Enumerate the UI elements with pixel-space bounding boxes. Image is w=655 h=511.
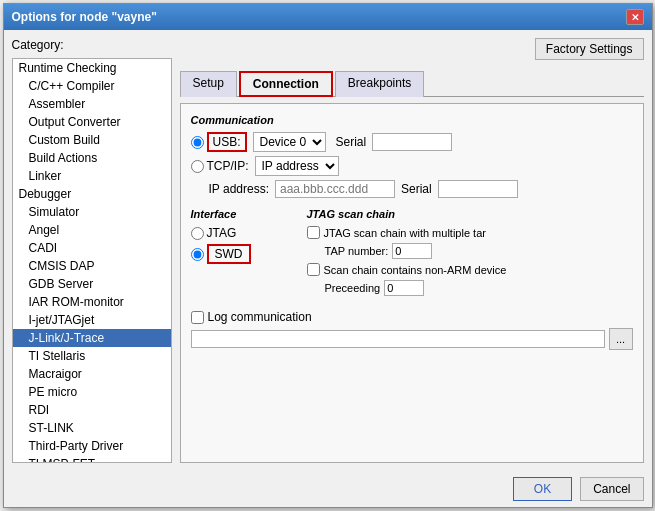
tcpip-label: TCP/IP:: [207, 159, 249, 173]
ip-address-row: IP address: Serial: [209, 180, 633, 198]
cat-item-cmsis-dap[interactable]: CMSIS DAP: [13, 257, 171, 275]
jtag-multiple-label: JTAG scan chain with multiple tar: [324, 227, 486, 239]
cat-item-angel[interactable]: Angel: [13, 221, 171, 239]
log-comm-row: Log communication: [191, 310, 633, 324]
interface-title: Interface: [191, 208, 291, 220]
usb-device-select[interactable]: Device 0: [253, 132, 326, 152]
serial-label-2: Serial: [401, 182, 432, 196]
communication-section: Communication USB: Device 0 Serial: [191, 114, 633, 198]
dialog-title: Options for node "vayne": [12, 10, 157, 24]
tap-number-input[interactable]: [392, 243, 432, 259]
ip-address-label: IP address:: [209, 182, 269, 196]
cat-item-linker[interactable]: Linker: [13, 167, 171, 185]
cat-item-cpp-compiler[interactable]: C/C++ Compiler: [13, 77, 171, 95]
serial-label-1: Serial: [336, 135, 367, 149]
tap-number-row: TAP number:: [325, 243, 633, 259]
cat-item-ti-msp-fet[interactable]: TI MSP-FET: [13, 455, 171, 463]
preceeding-label: Preceeding: [325, 282, 381, 294]
swd-box: SWD: [207, 244, 251, 264]
cat-item-simulator[interactable]: Simulator: [13, 203, 171, 221]
cat-item-macraigor[interactable]: Macraigor: [13, 365, 171, 383]
tap-number-label: TAP number:: [325, 245, 389, 257]
swd-row: SWD: [191, 244, 291, 264]
tab-breakpoints[interactable]: Breakpoints: [335, 71, 424, 97]
factory-settings-button[interactable]: Factory Settings: [535, 38, 644, 60]
swd-radio-label[interactable]: SWD: [191, 244, 251, 264]
cat-item-ijet-jtagjet[interactable]: I-jet/JTAGjet: [13, 311, 171, 329]
usb-row: USB: Device 0 Serial: [191, 132, 633, 152]
cat-item-output-converter[interactable]: Output Converter: [13, 113, 171, 131]
category-list: Runtime CheckingC/C++ CompilerAssemblerO…: [12, 58, 172, 463]
usb-label: USB:: [213, 135, 241, 149]
usb-radio-label[interactable]: USB:: [191, 132, 247, 152]
main-panel: Factory Settings Setup Connection Breakp…: [180, 38, 644, 463]
log-path-row: $PROJ_DIR$\cspycomm.log ...: [191, 328, 633, 350]
cat-item-assembler[interactable]: Assembler: [13, 95, 171, 113]
cat-item-ti-stellaris[interactable]: TI Stellaris: [13, 347, 171, 365]
serial-input-2[interactable]: [438, 180, 518, 198]
cat-item-rdi[interactable]: RDI: [13, 401, 171, 419]
log-comm-label: Log communication: [208, 310, 312, 324]
cat-item-st-link[interactable]: ST-LINK: [13, 419, 171, 437]
log-path-input[interactable]: $PROJ_DIR$\cspycomm.log: [191, 330, 605, 348]
swd-label: SWD: [215, 247, 243, 261]
two-col: Interface JTAG SWD: [191, 208, 633, 300]
title-bar: Options for node "vayne" ✕: [4, 4, 652, 30]
cancel-button[interactable]: Cancel: [580, 477, 643, 501]
ip-address-input[interactable]: [275, 180, 395, 198]
dialog: Options for node "vayne" ✕ Category: Run…: [3, 3, 653, 508]
cat-item-jlink-jtrace[interactable]: J-Link/J-Trace: [13, 329, 171, 347]
cat-item-third-party-driver[interactable]: Third-Party Driver: [13, 437, 171, 455]
footer: OK Cancel: [4, 471, 652, 507]
scan-non-arm-label: Scan chain contains non-ARM device: [324, 264, 507, 276]
tcpip-row: TCP/IP: IP address: [191, 156, 633, 176]
jtag-scan-title: JTAG scan chain: [307, 208, 633, 220]
communication-title: Communication: [191, 114, 633, 126]
cat-item-runtime-checking[interactable]: Runtime Checking: [13, 59, 171, 77]
cat-item-gdb-server[interactable]: GDB Server: [13, 275, 171, 293]
tcpip-radio[interactable]: [191, 160, 204, 173]
cat-item-cadi[interactable]: CADI: [13, 239, 171, 257]
close-button[interactable]: ✕: [626, 9, 644, 25]
jtag-scan-col: JTAG scan chain JTAG scan chain with mul…: [307, 208, 633, 300]
tab-content: Communication USB: Device 0 Serial: [180, 103, 644, 463]
interface-col: Interface JTAG SWD: [191, 208, 291, 300]
jtag-multiple-row: JTAG scan chain with multiple tar: [307, 226, 633, 239]
jtag-radio-label[interactable]: JTAG: [191, 226, 237, 240]
tab-connection[interactable]: Connection: [239, 71, 333, 97]
jtag-label: JTAG: [207, 226, 237, 240]
jtag-multiple-check[interactable]: [307, 226, 320, 239]
jtag-radio[interactable]: [191, 227, 204, 240]
preceeding-input[interactable]: [384, 280, 424, 296]
category-panel: Category: Runtime CheckingC/C++ Compiler…: [12, 38, 172, 463]
ok-button[interactable]: OK: [513, 477, 572, 501]
dialog-body: Category: Runtime CheckingC/C++ Compiler…: [4, 30, 652, 471]
usb-box: USB:: [207, 132, 247, 152]
tabs-row: Setup Connection Breakpoints: [180, 70, 644, 97]
cat-item-debugger[interactable]: Debugger: [13, 185, 171, 203]
usb-radio[interactable]: [191, 136, 204, 149]
cat-item-iar-rom-monitor[interactable]: IAR ROM-monitor: [13, 293, 171, 311]
tab-setup[interactable]: Setup: [180, 71, 237, 97]
scan-non-arm-check[interactable]: [307, 263, 320, 276]
preceeding-row: Preceeding: [325, 280, 633, 296]
scan-non-arm-row: Scan chain contains non-ARM device: [307, 263, 633, 276]
browse-button[interactable]: ...: [609, 328, 633, 350]
factory-btn-row: Factory Settings: [180, 38, 644, 60]
category-label: Category:: [12, 38, 172, 52]
cat-item-custom-build[interactable]: Custom Build: [13, 131, 171, 149]
cat-item-pe-micro[interactable]: PE micro: [13, 383, 171, 401]
jtag-row: JTAG: [191, 226, 291, 240]
serial-input-1[interactable]: [372, 133, 452, 151]
tcpip-radio-label[interactable]: TCP/IP:: [191, 159, 249, 173]
ip-address-select[interactable]: IP address: [255, 156, 339, 176]
log-comm-check[interactable]: [191, 311, 204, 324]
swd-radio[interactable]: [191, 248, 204, 261]
cat-item-build-actions[interactable]: Build Actions: [13, 149, 171, 167]
